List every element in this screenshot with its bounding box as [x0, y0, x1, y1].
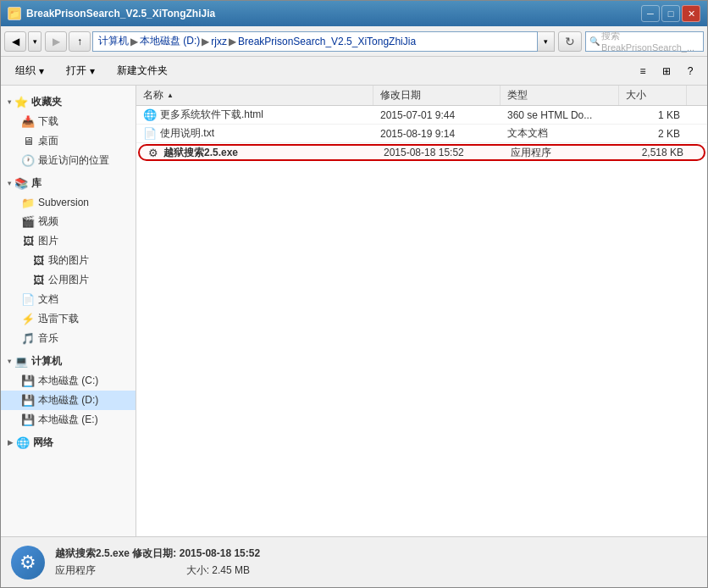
network-arrow: ▶ [8, 439, 13, 447]
thunder-icon: ⚡ [21, 313, 35, 326]
public-pictures-icon: 🖼 [31, 274, 45, 287]
file-icon: 🌐 [143, 108, 157, 122]
libraries-arrow: ▾ [8, 180, 11, 187]
file-type-cell: 360 se HTML Do... [501, 109, 619, 121]
path-rjxz[interactable]: rjxz [211, 36, 227, 47]
sidebar-item-drive-c[interactable]: 💾 本地磁盘 (C:) [1, 371, 136, 391]
file-row[interactable]: ⚙越狱搜索2.5.exe2015-08-18 15:52应用程序2,518 KB [138, 144, 705, 161]
status-bar: ⚙ 越狱搜索2.5.exe 修改日期: 2015-08-18 15:52 应用程… [1, 536, 707, 587]
file-type-cell: 应用程序 [504, 146, 622, 160]
favorites-header[interactable]: ▾ ⭐ 收藏夹 [1, 92, 136, 112]
favorites-section: ▾ ⭐ 收藏夹 📥 下载 🖥 桌面 🕐 最近访问的位置 [1, 92, 136, 170]
maximize-button[interactable]: □ [661, 5, 680, 22]
close-button[interactable]: ✕ [682, 5, 700, 22]
sidebar-item-music[interactable]: 🎵 音乐 [1, 329, 136, 348]
network-label: 网络 [33, 435, 53, 450]
path-dropdown-arrow[interactable]: ▾ [538, 31, 555, 52]
file-size-cell: 2 KB [619, 128, 687, 140]
col-header-size[interactable]: 大小 [619, 86, 687, 105]
sidebar-item-drive-e[interactable]: 💾 本地磁盘 (E:) [1, 410, 136, 430]
open-arrow: ▾ [90, 65, 95, 77]
search-box[interactable]: 🔍 搜索 BreakPrisonSearch_... [585, 31, 704, 52]
favorites-arrow: ▾ [8, 98, 11, 106]
status-info: 越狱搜索2.5.exe 修改日期: 2015-08-18 15:52 应用程序 … [55, 546, 260, 578]
libraries-icon: 📚 [14, 177, 28, 191]
open-button[interactable]: 打开 ▾ [58, 60, 102, 82]
go-button[interactable]: ↻ [558, 31, 582, 52]
file-row[interactable]: 🌐更多系统软件下载.html2015-07-01 9:44360 se HTML… [136, 106, 707, 125]
music-label: 音乐 [38, 331, 58, 346]
path-computer[interactable]: 计算机 [98, 34, 129, 48]
my-pictures-icon: 🖼 [31, 254, 45, 268]
address-path[interactable]: 计算机 ▶ 本地磁盘 (D:) ▶ rjxz ▶ BreakPrisonSear… [92, 31, 538, 52]
drive-d-icon: 💾 [21, 394, 35, 408]
minimize-button[interactable]: ─ [641, 5, 660, 22]
favorites-icon: ⭐ [14, 96, 28, 109]
status-file-icon: ⚙ [11, 546, 45, 580]
favorites-label: 收藏夹 [31, 95, 62, 109]
sidebar-item-my-pictures[interactable]: 🖼 我的图片 [1, 251, 136, 270]
file-type-cell: 文本文档 [501, 126, 619, 141]
new-folder-label: 新建文件夹 [117, 64, 168, 78]
col-header-name[interactable]: 名称 ▲ [136, 86, 373, 105]
sidebar: ▾ ⭐ 收藏夹 📥 下载 🖥 桌面 🕐 最近访问的位置 [1, 86, 136, 536]
sidebar-item-downloads[interactable]: 📥 下载 [1, 112, 136, 131]
sidebar-item-docs[interactable]: 📄 文档 [1, 290, 136, 309]
file-size-cell: 1 KB [619, 109, 687, 121]
drive-e-label: 本地磁盘 (E:) [38, 413, 98, 427]
desktop-icon: 🖥 [21, 135, 35, 148]
window-controls: ─ □ ✕ [641, 5, 700, 22]
organize-button[interactable]: 组织 ▾ [8, 60, 52, 82]
view-icons-button[interactable]: ⊞ [656, 61, 677, 81]
file-date-cell: 2015-07-01 9:44 [373, 109, 501, 121]
file-area-wrapper: 名称 ▲ 修改日期 类型 大小 🌐更多系统软件下载.html2015-07- [136, 86, 707, 536]
new-folder-button[interactable]: 新建文件夹 [109, 60, 175, 82]
search-placeholder: 搜索 BreakPrisonSearch_... [601, 30, 700, 53]
status-type: 应用程序 [55, 564, 96, 576]
sidebar-item-pictures[interactable]: 🖼 图片 [1, 231, 136, 251]
file-size-cell: 2,518 KB [622, 147, 690, 158]
status-line1: 越狱搜索2.5.exe 修改日期: 2015-08-18 15:52 [55, 546, 260, 561]
sidebar-item-public-pictures[interactable]: 🖼 公用图片 [1, 270, 136, 290]
computer-label: 计算机 [31, 354, 62, 369]
window-icon: 📁 [8, 7, 21, 20]
file-header: 名称 ▲ 修改日期 类型 大小 [136, 86, 707, 106]
forward-button[interactable]: ▶ [45, 31, 67, 52]
file-icon: ⚙ [147, 146, 160, 159]
pictures-icon: 🖼 [21, 235, 35, 248]
file-name-cell: 🌐更多系统软件下载.html [136, 108, 373, 122]
path-drive-d[interactable]: 本地磁盘 (D:) [140, 34, 200, 48]
network-section: ▶ 🌐 网络 [1, 433, 136, 452]
video-icon: 🎬 [21, 215, 35, 229]
sidebar-item-recent[interactable]: 🕐 最近访问的位置 [1, 151, 136, 170]
status-line2: 应用程序 大小: 2.45 MB [55, 563, 260, 578]
file-name-cell: ⚙越狱搜索2.5.exe [140, 146, 377, 160]
file-row[interactable]: 📄使用说明.txt2015-08-19 9:14文本文档2 KB [136, 125, 707, 143]
col-date-label: 修改日期 [380, 88, 421, 103]
downloads-icon: 📥 [21, 115, 35, 129]
sidebar-item-thunder[interactable]: ⚡ 迅雷下载 [1, 309, 136, 329]
libraries-header[interactable]: ▾ 📚 库 [1, 174, 136, 193]
file-name-label: 越狱搜索2.5.exe [163, 146, 238, 160]
back-arrow[interactable]: ▾ [28, 31, 41, 52]
thunder-label: 迅雷下载 [38, 312, 79, 326]
sidebar-item-video[interactable]: 🎬 视频 [1, 212, 136, 231]
network-header[interactable]: ▶ 🌐 网络 [1, 433, 136, 452]
computer-header[interactable]: ▾ 💻 计算机 [1, 352, 136, 371]
libraries-section: ▾ 📚 库 📁 Subversion 🎬 视频 🖼 图片 🖼 [1, 174, 136, 348]
file-icon: 📄 [143, 127, 157, 141]
view-details-button[interactable]: ≡ [633, 61, 653, 81]
up-button[interactable]: ↑ [69, 31, 91, 52]
col-header-type[interactable]: 类型 [501, 86, 619, 105]
col-header-date[interactable]: 修改日期 [373, 86, 501, 105]
file-name-label: 使用说明.txt [160, 126, 214, 141]
toolbar-right: ≡ ⊞ ? [633, 61, 700, 81]
docs-icon: 📄 [21, 293, 35, 307]
back-button[interactable]: ◀ [4, 31, 26, 52]
path-folder[interactable]: BreakPrisonSearch_V2.5_XiTongZhiJia [238, 36, 416, 47]
sidebar-item-subversion[interactable]: 📁 Subversion [1, 193, 136, 212]
sidebar-item-drive-d[interactable]: 💾 本地磁盘 (D:) [1, 391, 136, 410]
sidebar-item-desktop[interactable]: 🖥 桌面 [1, 131, 136, 151]
help-button[interactable]: ? [680, 61, 700, 81]
file-name-label: 更多系统软件下载.html [160, 108, 263, 122]
